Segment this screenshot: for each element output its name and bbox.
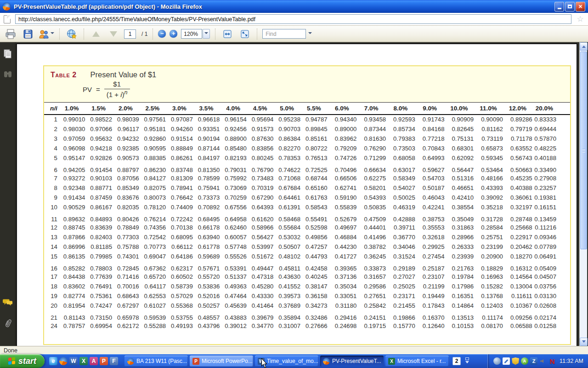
pv-factor-cell: 0.61763 bbox=[300, 193, 328, 202]
mouse-cursor bbox=[260, 358, 268, 368]
dropdown-arrow-icon bbox=[51, 32, 54, 36]
pv-factor-cell: 0.67290 bbox=[247, 193, 274, 202]
binoculars-icon[interactable] bbox=[3, 69, 13, 79]
quick-launch-frontpage-icon[interactable]: F bbox=[110, 357, 118, 365]
web-search-button[interactable] bbox=[65, 28, 79, 40]
scroll-down-arrow-icon bbox=[582, 340, 586, 345]
zoom-level-value[interactable]: 120% bbox=[181, 29, 202, 39]
pv-factor-cell: 0.27454 bbox=[415, 252, 445, 261]
pv-factor-cell: 0.81162 bbox=[474, 124, 503, 134]
pv-factor-cell: 0.71178 bbox=[503, 134, 532, 144]
navigation-panel bbox=[0, 42, 16, 346]
pv-factor-cell: 0.94205 bbox=[58, 163, 85, 173]
table-label: Table 2 bbox=[51, 71, 77, 79]
pv-factor-cell: 0.88797 bbox=[112, 163, 139, 173]
pv-factor-cell: 0.83748 bbox=[166, 163, 193, 173]
task-button[interactable]: XMicrosoft Excel - r... bbox=[385, 356, 449, 367]
pv-factor-cell: 0.03130 bbox=[532, 291, 570, 301]
pv-factor-cell: 0.87630 bbox=[247, 134, 274, 144]
pv-factor-cell: 0.50025 bbox=[386, 193, 415, 202]
pv-factor-cell: 0.56447 bbox=[444, 163, 474, 173]
pages-panel-icon[interactable] bbox=[3, 49, 13, 59]
column-header: 1.5% bbox=[85, 103, 112, 115]
quick-launch-word-icon[interactable]: W bbox=[69, 357, 78, 365]
hidden-icons-chevron[interactable] bbox=[464, 356, 471, 366]
pv-factor-cell: 0.74247 bbox=[85, 301, 112, 310]
pv-factor-cell: 0.72542 bbox=[139, 232, 166, 242]
pv-factor-cell: 0.76214 bbox=[139, 212, 166, 223]
vertical-scrollbar[interactable] bbox=[579, 42, 587, 346]
table-row: 70.932720.901030.870560.841270.813090.78… bbox=[44, 173, 570, 183]
pv-factor-cell: 0.85480 bbox=[220, 144, 247, 153]
find-input[interactable]: Find bbox=[262, 29, 306, 39]
task-button[interactable]: PMicrosoft PowerPo... bbox=[190, 356, 253, 367]
table-title: Present Value of $1 bbox=[90, 70, 157, 79]
start-button[interactable]: start bbox=[0, 354, 45, 368]
pv-factor-cell: 0.94787 bbox=[300, 115, 328, 124]
messenger-icon[interactable] bbox=[493, 357, 501, 365]
pv-factor-cell: 0.15770 bbox=[386, 321, 415, 331]
scroll-down-button[interactable] bbox=[580, 338, 588, 346]
quick-launch-access-icon[interactable]: A bbox=[90, 357, 98, 365]
url-input[interactable]: http://classes.lanecc.edu/file.php/24555… bbox=[15, 14, 571, 24]
comments-panel-icon[interactable] bbox=[3, 297, 13, 307]
zoom-out-button[interactable]: − bbox=[158, 30, 166, 38]
pv-factor-cell: 0.49363 bbox=[220, 282, 247, 291]
pv-factor-cell: 0.67297 bbox=[112, 301, 139, 310]
pv-factor-cell: 0.58349 bbox=[386, 173, 415, 183]
pv-factor-cell: 0.23107 bbox=[415, 272, 445, 282]
powerpoint-icon: P bbox=[192, 358, 199, 365]
next-page-button[interactable] bbox=[107, 28, 120, 40]
scrollbar-thumb[interactable] bbox=[580, 52, 587, 249]
pv-factor-cell: 0.87144 bbox=[193, 144, 220, 153]
pv-factor-cell: 0.63017 bbox=[386, 163, 415, 173]
quick-launch-excel-icon[interactable]: X bbox=[79, 357, 88, 365]
quick-launch-powerpoint-icon[interactable]: P bbox=[100, 357, 108, 365]
z-icon[interactable]: Z bbox=[530, 357, 537, 365]
zoom-dropdown-button[interactable] bbox=[203, 29, 210, 39]
pv-factor-cell: 0.96618 bbox=[193, 115, 220, 124]
task-button[interactable]: PV-PresentValueT... bbox=[320, 356, 384, 367]
pv-factor-cell: 0.92456 bbox=[220, 124, 247, 134]
close-button[interactable]: ✕ bbox=[576, 2, 585, 12]
taskbar: start eWXAPF BA 213 W11 (Pasc...PMicroso… bbox=[0, 354, 588, 368]
fit-width-button[interactable] bbox=[220, 28, 234, 40]
taskbar-badge-2[interactable]: 2 bbox=[452, 357, 461, 365]
pv-factor-cell: 0.40188 bbox=[532, 153, 570, 163]
task-button[interactable]: BA 213 W11 (Pasc... bbox=[124, 356, 188, 367]
review-comment-button[interactable] bbox=[39, 28, 54, 40]
antivirus-icon[interactable]: A bbox=[521, 357, 528, 365]
pv-factor-cell: 0.44230 bbox=[328, 242, 357, 252]
pv-factor-cell: 0.34046 bbox=[386, 242, 415, 252]
table-row: 240.787570.699540.621720.552880.491930.4… bbox=[44, 321, 570, 331]
print-button[interactable] bbox=[4, 28, 17, 40]
zoom-in-button[interactable]: + bbox=[170, 30, 177, 38]
pv-factor-cell: 0.38782 bbox=[356, 242, 386, 252]
pv-factor-cell: 0.92385 bbox=[112, 144, 139, 153]
pv-factor-cell: 0.84438 bbox=[58, 272, 85, 282]
pv-factor-cell: 0.75788 bbox=[112, 242, 139, 252]
maximize-button[interactable] bbox=[565, 2, 575, 12]
save-button[interactable] bbox=[21, 28, 35, 40]
minimize-button[interactable] bbox=[554, 2, 564, 12]
minimize-icon bbox=[558, 8, 561, 9]
volume-icon[interactable] bbox=[539, 357, 547, 365]
paperclip-icon[interactable] bbox=[1, 316, 14, 330]
quick-launch-firefox-icon[interactable] bbox=[59, 357, 68, 365]
table-row: 180.836020.764910.700160.641170.587390.5… bbox=[44, 282, 570, 291]
tools-icon[interactable] bbox=[503, 357, 510, 365]
pv-factor-cell: 0.42241 bbox=[415, 202, 445, 212]
find-dropdown-button[interactable] bbox=[306, 29, 314, 39]
novell-icon[interactable]: N bbox=[548, 357, 556, 365]
quick-launch-internet-explorer-icon[interactable]: e bbox=[49, 357, 57, 365]
bookmark-star-icon[interactable]: ☆ bbox=[576, 15, 584, 23]
shield-icon[interactable] bbox=[512, 357, 519, 365]
pv-factor-cell: 0.75992 bbox=[220, 173, 247, 183]
pv-factor-cell: 0.70892 bbox=[193, 202, 220, 212]
pv-factor-cell: 0.88849 bbox=[166, 144, 193, 153]
page-number-input[interactable]: 1 bbox=[124, 29, 136, 39]
previous-page-button[interactable] bbox=[89, 28, 103, 40]
pv-factor-cell: 0.67556 bbox=[220, 202, 247, 212]
fit-page-button[interactable] bbox=[238, 28, 252, 40]
scroll-up-button[interactable] bbox=[580, 42, 588, 51]
